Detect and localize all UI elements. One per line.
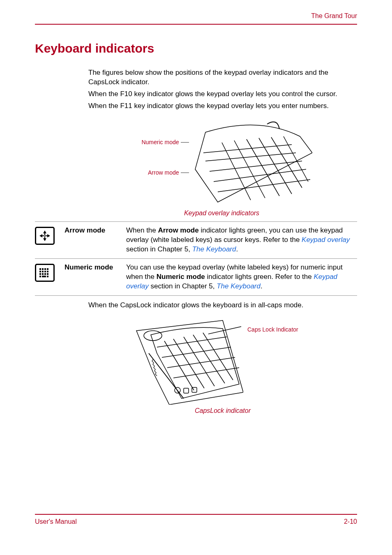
indicator-table: Arrow mode When the Arrow mode indicator… xyxy=(35,221,357,296)
svg-rect-5 xyxy=(42,268,44,270)
svg-rect-15 xyxy=(47,273,48,275)
table-row: Numeric mode You can use the keypad over… xyxy=(35,259,357,296)
figure-keypad-overlay: Numeric mode Arrow mode Keypad overlay i… xyxy=(88,120,355,218)
header-chapter: The Grand Tour xyxy=(35,12,357,21)
svg-rect-11 xyxy=(47,271,48,272)
numeric-mode-description: You can use the keypad overlay (white la… xyxy=(126,259,357,296)
svg-rect-14 xyxy=(44,273,46,275)
capslock-illustration xyxy=(128,318,243,405)
section-title: Keyboard indicators xyxy=(35,40,357,57)
svg-rect-13 xyxy=(42,273,44,275)
svg-marker-0 xyxy=(43,230,46,235)
svg-rect-12 xyxy=(39,273,41,275)
svg-marker-2 xyxy=(39,234,44,237)
svg-rect-6 xyxy=(44,268,46,270)
svg-rect-8 xyxy=(39,271,41,272)
svg-rect-21 xyxy=(184,388,189,393)
keyboard-overlay-illustration xyxy=(193,120,312,206)
arrow-mode-label: Arrow mode xyxy=(65,226,105,234)
svg-point-19 xyxy=(144,331,162,341)
numeric-mode-icon xyxy=(35,264,55,282)
capslock-paragraph: When the CapsLock indicator glows the ke… xyxy=(88,301,355,310)
intro-paragraph-3: When the F11 key indicator glows the key… xyxy=(88,101,355,111)
table-row: Arrow mode When the Arrow mode indicator… xyxy=(35,222,357,259)
footer-left: User's Manual xyxy=(35,517,77,526)
page-footer: User's Manual 2-10 xyxy=(35,514,357,526)
arrow-mode-icon xyxy=(35,227,55,245)
figure1-label-numeric: Numeric mode xyxy=(141,138,179,146)
svg-rect-10 xyxy=(44,271,46,272)
link-keypad-overlay[interactable]: Keypad overlay xyxy=(302,236,350,244)
numeric-mode-label: Numeric mode xyxy=(65,263,113,271)
footer-page-number: 2-10 xyxy=(344,517,357,526)
svg-marker-3 xyxy=(45,234,50,237)
figure2-label: Caps Lock Indicator xyxy=(247,318,317,334)
svg-rect-9 xyxy=(42,271,44,272)
figure1-caption: Keypad overlay indicators xyxy=(88,209,355,218)
arrow-mode-description: When the Arrow mode indicator lights gre… xyxy=(126,222,357,259)
intro-paragraph-1: The figures below show the positions of … xyxy=(88,68,355,87)
svg-rect-18 xyxy=(47,276,48,277)
svg-marker-1 xyxy=(43,236,46,241)
figure2-caption: CapsLock indicator xyxy=(88,406,357,415)
link-the-keyboard[interactable]: The Keyboard xyxy=(217,282,261,290)
svg-rect-7 xyxy=(47,268,48,270)
intro-paragraph-2: When the F10 key indicator glows the key… xyxy=(88,90,355,99)
link-the-keyboard[interactable]: The Keyboard xyxy=(192,245,236,253)
svg-rect-4 xyxy=(39,268,41,270)
figure-capslock: Caps Lock Indicator xyxy=(88,318,357,405)
svg-rect-17 xyxy=(42,276,46,277)
figure1-label-arrow: Arrow mode xyxy=(148,169,179,177)
svg-rect-16 xyxy=(39,276,41,277)
header-rule xyxy=(35,24,357,25)
